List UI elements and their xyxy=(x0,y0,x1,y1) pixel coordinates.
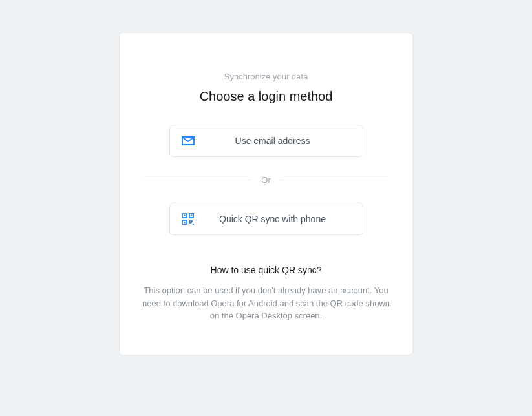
page-title: Choose a login method xyxy=(139,89,393,104)
svg-rect-9 xyxy=(189,222,191,224)
svg-rect-6 xyxy=(184,222,185,224)
help-title: How to use quick QR sync? xyxy=(139,265,393,275)
qr-button-label: Quick QR sync with phone xyxy=(195,214,351,224)
use-email-button[interactable]: Use email address xyxy=(169,125,363,157)
svg-rect-2 xyxy=(184,215,185,216)
svg-rect-7 xyxy=(189,220,191,222)
divider: Or xyxy=(144,175,388,185)
email-button-label: Use email address xyxy=(195,136,351,146)
qr-sync-button[interactable]: Quick QR sync with phone xyxy=(169,203,363,235)
divider-label: Or xyxy=(252,175,279,185)
svg-rect-4 xyxy=(191,215,192,216)
svg-rect-11 xyxy=(191,222,192,223)
login-method-card: Synchronize your data Choose a login met… xyxy=(119,32,413,355)
qr-code-icon xyxy=(182,214,195,224)
subtitle: Synchronize your data xyxy=(139,72,393,81)
email-icon xyxy=(182,136,195,146)
help-text: This option can be used if you don't alr… xyxy=(139,284,393,322)
svg-rect-10 xyxy=(193,224,194,225)
svg-rect-8 xyxy=(191,220,193,222)
